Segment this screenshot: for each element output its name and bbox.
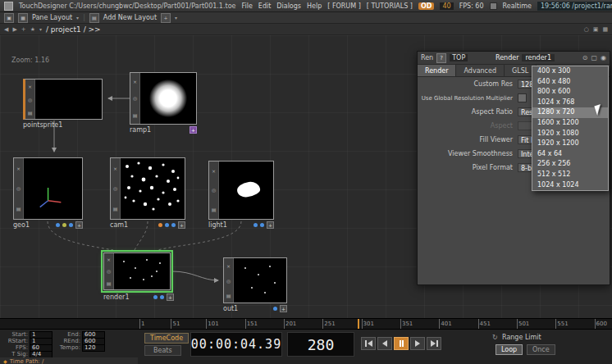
timecode-mode-button[interactable]: TimeCode [144,333,189,344]
rows-icon[interactable]: ▤ [89,13,99,23]
viewer-mode-icon[interactable]: ○ [584,26,589,33]
menu-item[interactable]: 64 x 64 [532,149,608,160]
language-icon[interactable]: ◉ [601,54,606,61]
target-icon[interactable]: ◎ [133,95,137,101]
tutorials-link[interactable]: [ TUTORIALS ] [367,2,413,10]
x-icon[interactable]: × [28,84,32,89]
pane-layout-dropdown[interactable]: Pane Layout [32,14,72,21]
menu-item[interactable]: 800 x 600 [532,87,608,98]
menu-item[interactable]: 1920 x 1080 [532,129,608,139]
node-pointsprite1[interactable]: × ◎ ▤ [23,79,103,120]
display-flag[interactable] [158,223,162,227]
menu-item[interactable]: 1600 x 1200 [532,118,608,129]
viewer-flag[interactable] [160,295,164,299]
beats-mode-button[interactable]: Beats [144,345,181,356]
loop-button[interactable]: Loop [496,344,523,355]
render-flag[interactable] [62,223,66,227]
pause-button[interactable] [394,337,409,350]
play-reverse-button[interactable] [377,337,392,350]
help-icon[interactable]: ? [436,53,446,63]
layout-icon[interactable]: ▣ [4,13,14,23]
frame-display[interactable]: 280 [287,332,354,357]
od-badge[interactable]: OD [418,2,434,10]
viewer-flag[interactable] [171,223,176,227]
render-flag[interactable] [165,223,169,227]
menu-item[interactable]: 256 x 256 [532,159,608,170]
node-toggle-strip[interactable]: × ◎ ▤ [130,73,140,124]
copy-icon[interactable]: ▢ [591,54,597,61]
target-icon[interactable]: ◎ [107,268,111,274]
node-toggle-strip[interactable]: × ◎ ▤ [224,258,234,303]
menu-help[interactable]: Help [307,2,322,10]
jump-start-button[interactable] [361,337,376,350]
forum-link[interactable]: [ FORUM ] [327,2,361,10]
target-icon[interactable]: ◎ [16,185,21,191]
node-ramp1[interactable]: × ◎ ▤ [130,72,197,125]
node-render1[interactable]: × ◎ ▤ [103,253,171,290]
display-flag[interactable] [56,223,60,227]
node-toggle-strip[interactable]: × ◎ ▤ [14,158,24,219]
rows-icon[interactable]: ▤ [28,110,33,116]
viewer-flag[interactable] [260,223,264,227]
node-flag-plus[interactable]: + [75,221,83,229]
pane-grid-icon[interactable]: ▦ [602,26,608,33]
x-icon[interactable]: × [107,257,111,262]
op-name-field[interactable]: render1 [522,54,554,61]
node-flag-plus[interactable]: + [167,293,174,301]
x-icon[interactable]: × [133,79,137,84]
node-toggle-strip[interactable]: × ◎ ▤ [25,80,35,119]
tempo-field[interactable]: 120 [82,344,105,352]
tab-render[interactable]: Render [418,65,456,76]
target-icon[interactable]: ◎ [212,187,216,193]
jump-end-button[interactable] [427,337,441,350]
display-flag[interactable] [153,295,158,299]
menu-item[interactable]: 1920 x 1200 [532,139,608,149]
time-path-tab[interactable]: ◆ Time Path: / [0,357,138,364]
node-flag-plus[interactable]: + [280,305,287,312]
play-button[interactable] [410,337,425,350]
target-icon[interactable]: ◎ [28,97,32,102]
split-pane-icon[interactable]: ▣ [593,26,599,33]
node-cam1[interactable]: × ◎ ▤ [110,157,185,220]
viewer-flag[interactable] [273,307,277,311]
x-icon[interactable]: × [226,263,231,269]
global-mult-checkbox[interactable] [518,93,527,102]
rows-icon[interactable]: ▤ [107,280,112,286]
timeline-ruler[interactable]: 1 51 101 151 201 251 301 351 401 451 501… [0,318,612,329]
menu-item[interactable]: 1024 x 1024 [532,180,608,191]
viewer-flag[interactable] [69,223,73,227]
rows-icon[interactable]: ▤ [133,112,138,118]
menu-item[interactable]: 512 x 512 [532,170,608,180]
menu-edit[interactable]: Edit [258,2,272,10]
ramp1-add-flag[interactable]: + [190,126,197,134]
realtime-checkbox[interactable] [490,2,497,10]
back-icon[interactable]: ◀ [4,26,8,33]
rows-icon[interactable]: ▤ [113,206,118,212]
grid-icon[interactable]: ▦ [18,13,28,23]
comment-icon[interactable]: ⊙ [582,54,588,61]
once-button[interactable]: Once [527,344,555,355]
tab-advanced[interactable]: Advanced [456,65,505,76]
x-icon[interactable]: × [16,166,21,171]
node-geo1[interactable]: × ◎ ▤ [13,157,83,220]
menu-item[interactable]: 640 x 480 [532,77,608,88]
node-toggle-strip[interactable]: × ◎ ▤ [209,162,219,219]
node-out1[interactable]: × ◎ ▤ [223,257,287,303]
display-flag[interactable] [253,223,258,227]
rows-icon[interactable]: ▤ [16,206,21,212]
rows-icon[interactable]: ▤ [226,293,231,298]
node-light1[interactable]: × ◎ ▤ [208,161,274,220]
star-icon[interactable]: ★ [30,26,35,33]
node-flag-plus[interactable]: + [178,221,185,229]
node-toggle-strip[interactable]: × ◎ ▤ [111,158,121,219]
x-icon[interactable]: × [212,168,216,174]
target-icon[interactable]: ◎ [226,278,231,284]
x-icon[interactable]: × [113,166,117,171]
rows-icon[interactable]: ▤ [212,207,217,212]
target-icon[interactable]: ◎ [113,185,117,191]
node-toggle-strip[interactable]: × ◎ ▤ [104,253,114,289]
menu-file[interactable]: File [241,2,252,10]
breadcrumb[interactable]: / project1 / >> [46,25,101,34]
menu-dialogs[interactable]: Dialogs [276,2,301,10]
menu-item[interactable]: 400 x 300 [532,66,608,77]
